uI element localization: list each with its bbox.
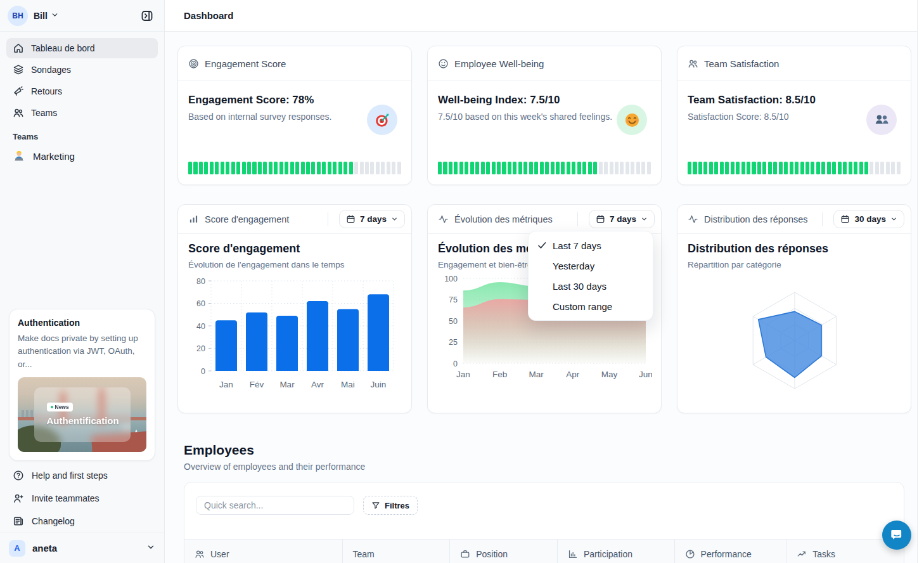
svg-text:Avr: Avr [311, 380, 324, 389]
megaphone-icon [13, 86, 24, 97]
sidebar-item-help[interactable]: Help and first steps [6, 464, 158, 487]
footer-item-label: Help and first steps [32, 470, 108, 481]
svg-text:60: 60 [196, 299, 205, 308]
date-range-button[interactable]: 30 days [833, 210, 904, 228]
chevron-down-icon[interactable] [51, 10, 59, 22]
authentication-promo-card[interactable]: Authentication Make docs private by sett… [9, 309, 155, 461]
progress-segment [290, 162, 294, 174]
filters-button[interactable]: Filtres [363, 496, 418, 515]
progress-segment [588, 162, 592, 174]
svg-text:Feb: Feb [492, 370, 507, 379]
sidebar: BH Bill Tableau de bord Sondages Retours [0, 0, 165, 563]
table-toolbar: Filtres [184, 482, 904, 528]
progress-segment [279, 162, 283, 174]
menu-item-label: Last 7 days [553, 240, 601, 251]
card-body: Distribution des réponses Répartition pa… [677, 234, 911, 413]
progress-segment [610, 162, 613, 174]
progress-segment [193, 162, 197, 174]
chevron-down-icon [641, 216, 648, 223]
progress-segment [523, 162, 527, 174]
menu-item-custom-range[interactable]: Custom range [529, 296, 653, 316]
sidebar-item-marketing[interactable]: Marketing [6, 145, 158, 167]
response-distribution-card: Distribution des réponses 30 days Distri… [677, 204, 911, 413]
workspace-avatar[interactable]: BH [8, 6, 28, 26]
card-header: Engagement Score [178, 46, 411, 81]
progress-segment [843, 162, 847, 174]
progress-segment [604, 162, 608, 174]
progress-segment [693, 162, 696, 174]
account-switcher[interactable]: A aneta [0, 533, 164, 563]
search-input[interactable] [196, 496, 354, 515]
sidebar-item-surveys[interactable]: Sondages [6, 60, 158, 80]
promo-image[interactable]: News Authentification [18, 377, 146, 452]
progress-segment [641, 162, 645, 174]
employees-subtitle: Overview of employees and their performa… [184, 462, 365, 472]
progress-segment [811, 162, 814, 174]
progress-segment [572, 162, 575, 174]
svg-text:50: 50 [449, 317, 458, 326]
column-header-performance[interactable]: Performance [675, 540, 787, 563]
date-range-label: 7 days [610, 214, 636, 224]
progress-segment [354, 162, 358, 174]
progress-segment [859, 162, 863, 174]
menu-item-last-7-days[interactable]: Last 7 days [529, 235, 653, 256]
progress-segment [593, 162, 597, 174]
svg-text:Fév: Fév [250, 380, 264, 389]
menu-item-label: Yesterday [553, 261, 594, 271]
progress-segment [880, 162, 884, 174]
progress-segment [215, 162, 219, 174]
progress-segment [306, 162, 310, 174]
bar-chart-icon [568, 549, 578, 559]
sidebar-collapse-button[interactable] [138, 6, 157, 25]
svg-text:0: 0 [201, 367, 205, 376]
progress-segment [221, 162, 224, 174]
svg-text:0: 0 [453, 359, 458, 368]
progress-bar [438, 162, 651, 174]
progress-segment [508, 162, 511, 174]
chart-subtitle: Évolution de l'engagement dans le temps [188, 260, 401, 269]
sidebar-item-invite[interactable]: Invite teammates [6, 487, 158, 510]
column-header-user[interactable]: User [184, 540, 343, 563]
menu-item-last-30-days[interactable]: Last 30 days [529, 276, 653, 296]
sidebar-item-dashboard[interactable]: Tableau de bord [6, 38, 158, 58]
engagement-score-card: Engagement Score Engagement Score: 78% B… [177, 46, 412, 185]
progress-segment [647, 162, 651, 174]
progress-segment [454, 162, 458, 174]
column-label: Performance [701, 549, 752, 559]
svg-text:May: May [601, 370, 618, 379]
sidebar-item-label: Sondages [31, 65, 71, 75]
progress-segment [497, 162, 501, 174]
progress-segment [199, 162, 203, 174]
divider [822, 212, 823, 226]
progress-segment [465, 162, 468, 174]
progress-segment [561, 162, 565, 174]
progress-segment [242, 162, 246, 174]
card-header: Évolution des métriques 7 days [428, 205, 661, 234]
sidebar-item-feedback[interactable]: Retours [6, 81, 158, 101]
progress-segment [714, 162, 718, 174]
column-header-participation[interactable]: Participation [558, 540, 675, 563]
scrollbar-gutter[interactable] [917, 0, 924, 563]
sidebar-item-changelog[interactable]: Changelog [6, 510, 158, 533]
progress-segment [317, 162, 321, 174]
footer-item-label: Invite teammates [32, 493, 99, 503]
date-range-button[interactable]: 7 days [339, 210, 405, 228]
progress-segment [322, 162, 326, 174]
sidebar-item-teams[interactable]: Teams [6, 103, 158, 123]
date-range-button[interactable]: 7 days [589, 210, 655, 228]
help-circle-icon [13, 470, 24, 481]
svg-text:Apr: Apr [566, 370, 580, 379]
progress-segment [513, 162, 517, 174]
menu-item-yesterday[interactable]: Yesterday [529, 256, 653, 276]
progress-segment [752, 162, 755, 174]
progress-segment [747, 162, 750, 174]
svg-text:Jan: Jan [456, 370, 470, 379]
column-header-team[interactable]: Team [343, 540, 451, 563]
dart-emoji [367, 105, 397, 135]
column-header-position[interactable]: Position [450, 540, 558, 563]
intercom-chat-button[interactable] [882, 521, 911, 550]
divider [328, 212, 328, 226]
workspace-name[interactable]: Bill [34, 11, 48, 21]
progress-segment [567, 162, 570, 174]
card-header-label: Distribution des réponses [704, 214, 808, 224]
